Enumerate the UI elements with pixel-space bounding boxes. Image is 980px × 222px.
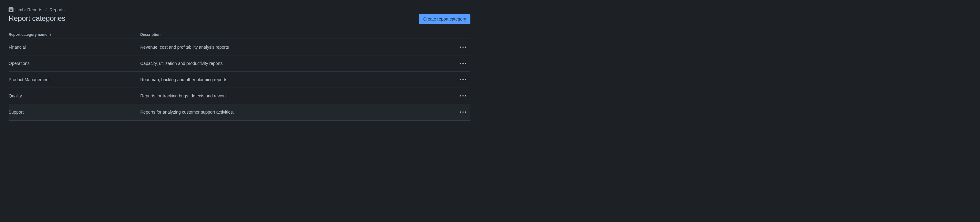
breadcrumb-separator: / — [45, 7, 46, 12]
table-row[interactable]: Product ManagementRoadmap, backlog and o… — [9, 71, 470, 88]
table-row[interactable]: SupportReports for analyzing customer su… — [9, 104, 470, 121]
svg-point-2 — [10, 9, 12, 10]
row-description-cell: Roadmap, backlog and other planning repo… — [140, 71, 452, 88]
more-actions-icon[interactable] — [458, 59, 468, 68]
breadcrumb-item-project[interactable]: Limbr Reports — [15, 7, 42, 12]
header-row: Report categories Create report category — [9, 14, 470, 24]
row-name-cell: Financial — [9, 39, 140, 56]
row-actions-cell — [452, 56, 470, 71]
breadcrumb: Limbr Reports / Reports — [9, 7, 470, 12]
row-description-cell: Capacity, utilization and productivity r… — [140, 56, 452, 71]
row-actions-cell — [452, 88, 470, 104]
page-title: Report categories — [9, 14, 65, 23]
row-description-cell: Revenue, cost and profitability analysis… — [140, 39, 452, 56]
row-actions-cell — [452, 104, 470, 121]
column-header-description[interactable]: Description — [140, 31, 452, 39]
row-name-cell: Product Management — [9, 71, 140, 88]
row-actions-cell — [452, 39, 470, 56]
project-icon — [9, 7, 13, 12]
column-header-description-label: Description — [140, 32, 161, 37]
row-actions-cell — [452, 71, 470, 88]
row-name-cell: Operations — [9, 56, 140, 71]
more-actions-icon[interactable] — [458, 91, 468, 101]
row-name-cell: Quality — [9, 88, 140, 104]
more-actions-icon[interactable] — [458, 42, 468, 52]
row-description-cell: Reports for tracking bugs, defects and r… — [140, 88, 452, 104]
table-row[interactable]: QualityReports for tracking bugs, defect… — [9, 88, 470, 104]
create-category-button[interactable]: Create report category — [419, 14, 470, 24]
column-header-name[interactable]: Report category name — [9, 31, 140, 39]
row-name-cell: Support — [9, 104, 140, 121]
table-row[interactable]: FinancialRevenue, cost and profitability… — [9, 39, 470, 56]
column-header-name-label: Report category name — [9, 32, 48, 37]
categories-table: Report category name Description Financi… — [9, 31, 470, 121]
column-header-actions — [452, 31, 470, 39]
sort-icon — [49, 33, 52, 36]
table-row[interactable]: OperationsCapacity, utilization and prod… — [9, 56, 470, 71]
more-actions-icon[interactable] — [458, 107, 468, 117]
table-header-row: Report category name Description — [9, 31, 470, 39]
breadcrumb-item-section[interactable]: Reports — [49, 7, 65, 12]
page-root: Limbr Reports / Reports Report categorie… — [0, 0, 480, 121]
row-description-cell: Reports for analyzing customer support a… — [140, 104, 452, 121]
more-actions-icon[interactable] — [458, 75, 468, 84]
